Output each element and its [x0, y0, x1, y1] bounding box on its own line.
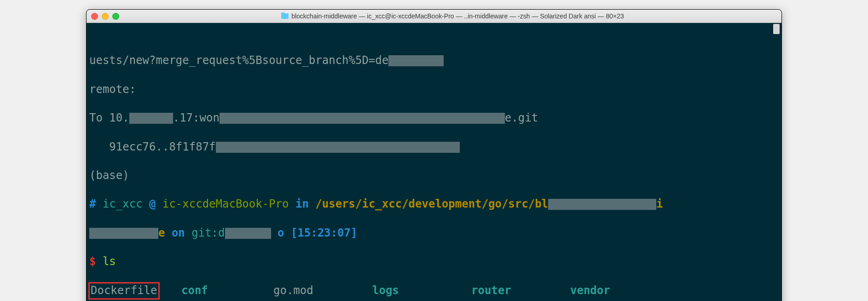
- text-fragment: remote:: [89, 83, 136, 96]
- window-title-text: blockchain-middleware — ic_xcc@ic-xccdeM…: [291, 12, 624, 20]
- text-fragment: e: [158, 226, 172, 239]
- output-line: 91ecc76..8f1f87f: [89, 140, 779, 154]
- git-status: o: [271, 226, 291, 239]
- titlebar[interactable]: blockchain-middleware — ic_xcc@ic-xccdeM…: [87, 10, 781, 23]
- prompt-dollar: $: [89, 255, 103, 268]
- scrollbar-thumb[interactable]: [773, 24, 780, 34]
- terminal-body[interactable]: uests/new?merge_request%5Bsource_branch%…: [87, 23, 781, 301]
- redacted-block: [548, 199, 656, 210]
- prompt-line: # ic_xcc @ ic-xccdeMacBook-Pro in /users…: [89, 197, 779, 211]
- redacted-block: [225, 228, 271, 239]
- prompt-path-tail: i: [656, 197, 663, 210]
- folder-icon: [281, 13, 289, 19]
- dir-router: router: [471, 284, 570, 298]
- close-icon[interactable]: [91, 13, 98, 20]
- traffic-lights: [91, 13, 119, 20]
- output-line: (base): [89, 168, 779, 183]
- text-fragment: uests/new?merge_request%5Bsource_branch%…: [89, 54, 388, 67]
- file-dockerfile: Dockerfile: [91, 284, 157, 297]
- text-fragment: 91ecc76..8f1f87f: [89, 140, 216, 153]
- redacted-block: [216, 142, 460, 153]
- redacted-block: [220, 113, 505, 124]
- terminal-window: blockchain-middleware — ic_xcc@ic-xccdeM…: [86, 9, 782, 301]
- prompt-at: @: [143, 197, 162, 210]
- redacted-block: [89, 228, 158, 239]
- redacted-block: [388, 55, 444, 66]
- text-fragment: .17:won: [173, 111, 220, 124]
- prompt-time: [15:23:07]: [291, 226, 358, 239]
- redacted-block: [129, 113, 173, 124]
- file-gomod: go.mod: [273, 284, 372, 298]
- scrollbar-track[interactable]: [774, 23, 781, 301]
- output-line: uests/new?merge_request%5Bsource_branch%…: [89, 53, 779, 68]
- dir-logs: logs: [372, 284, 471, 298]
- output-line: remote:: [89, 82, 779, 97]
- window-title: blockchain-middleware — ic_xcc@ic-xccdeM…: [128, 12, 777, 20]
- minimize-icon[interactable]: [102, 13, 109, 20]
- prompt-path: /users/ic_xcc/development/go/src/bl: [315, 197, 548, 210]
- text-fragment: e.git: [505, 111, 538, 124]
- prompt-user: ic_xcc: [103, 197, 143, 210]
- ls-row: Dockerfileconfgo.modlogsroutervendor: [89, 283, 779, 298]
- command-ls: ls: [103, 255, 116, 268]
- text-fragment: To 10.: [89, 111, 129, 124]
- command-line: $ ls: [89, 255, 779, 269]
- dir-vendor: vendor: [570, 284, 610, 298]
- output-line: To 10..17:wone.git: [89, 111, 779, 125]
- text-fragment: (base): [89, 169, 129, 182]
- prompt-in: in: [289, 197, 316, 210]
- dir-conf: conf: [181, 284, 273, 298]
- prompt-host: ic-xccdeMacBook-Pro: [162, 197, 289, 210]
- prompt-hash: #: [89, 197, 103, 210]
- prompt-line-2: e on git:d o [15:23:07]: [89, 226, 779, 240]
- highlight-dockerfile: Dockerfile: [88, 282, 160, 299]
- git-branch: d: [218, 226, 225, 239]
- maximize-icon[interactable]: [112, 13, 119, 20]
- git-prefix: git:: [191, 226, 218, 239]
- prompt-on: on: [172, 226, 191, 239]
